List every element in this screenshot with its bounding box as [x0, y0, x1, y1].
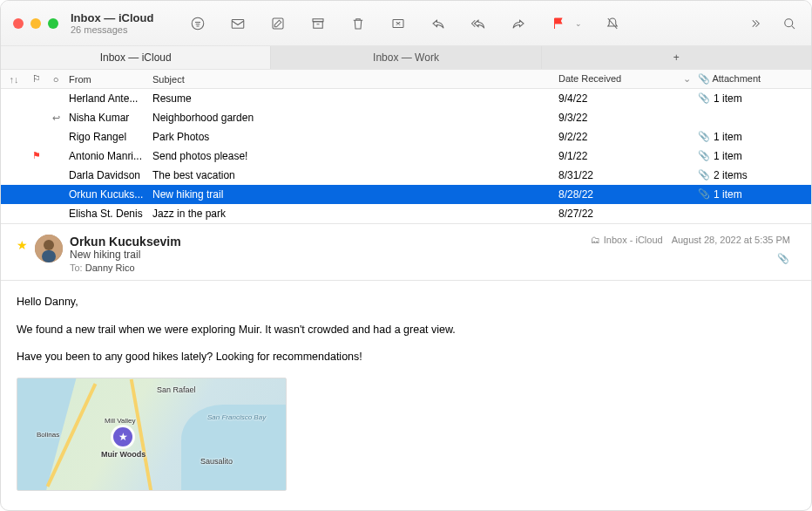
row-subject: New hiking trail	[152, 188, 558, 201]
column-header-row: ↑↓ ⚐ ○ From Subject Date Received ⌄ 📎 At…	[1, 70, 811, 89]
attachment-column-header[interactable]: 📎 Attachment	[698, 73, 811, 85]
junk-icon[interactable]	[389, 14, 408, 33]
row-attachment: 📎 1 item	[698, 92, 811, 105]
compose-icon[interactable]	[268, 14, 288, 33]
row-subject: Send photos please!	[152, 150, 558, 162]
svg-point-8	[44, 240, 54, 250]
tab-inbox-work[interactable]: Inbox — Work	[271, 46, 541, 69]
row-date: 8/27/22	[558, 208, 698, 220]
preview-body: Hello Danny, We found a new trail when w…	[17, 295, 790, 491]
row-subject: Jazz in the park	[152, 208, 558, 220]
row-from: Antonio Manri...	[65, 150, 152, 162]
body-paragraph: Have you been to any good hikes lately? …	[17, 350, 790, 365]
row-subject: Park Photos	[152, 131, 558, 143]
reply-icon[interactable]	[429, 14, 448, 33]
message-row[interactable]: Herland Ante...Resume9/4/22📎 1 item	[1, 89, 811, 108]
svg-rect-1	[233, 19, 245, 28]
row-subject: Resume	[152, 92, 558, 105]
row-date: 9/1/22	[558, 150, 698, 162]
row-from: Orkun Kucuks...	[65, 188, 152, 201]
paperclip-icon: 📎	[698, 188, 710, 200]
paperclip-icon: 📎	[698, 169, 710, 181]
read-column-icon[interactable]: ○	[46, 74, 65, 85]
filter-button[interactable]	[188, 14, 207, 33]
window-title: Inbox — iCloud	[71, 11, 153, 24]
sender-avatar[interactable]	[35, 235, 63, 262]
trash-icon[interactable]	[348, 14, 368, 33]
from-column-header[interactable]: From	[65, 74, 152, 85]
row-subject: Neighborhood garden	[152, 112, 558, 124]
preview-folder-badge[interactable]: 🗂 Inbox - iCloud	[591, 235, 663, 245]
reply-all-icon[interactable]	[469, 14, 488, 33]
preview-header: ★ Orkun Kucuksevim New hiking trail To: …	[17, 235, 790, 273]
mailbox-tabs: Inbox — iCloud Inbox — Work +	[1, 46, 811, 70]
row-attachment: 📎 1 item	[698, 131, 811, 143]
close-window-button[interactable]	[13, 18, 24, 29]
svg-rect-4	[314, 21, 323, 28]
search-icon[interactable]	[780, 14, 799, 33]
paperclip-icon: 📎	[698, 131, 710, 142]
row-from: Herland Ante...	[65, 92, 152, 105]
date-column-header[interactable]: Date Received ⌄	[558, 73, 698, 85]
more-icon[interactable]	[745, 14, 764, 33]
row-replied-icon: ↩	[46, 112, 65, 124]
right-toolbar	[745, 14, 799, 33]
row-from: Nisha Kumar	[65, 112, 152, 124]
title-block: Inbox — iCloud 26 messages	[71, 11, 153, 35]
sort-icon[interactable]: ↑↓	[1, 74, 27, 85]
message-row[interactable]: Elisha St. DenisJazz in the park8/27/22	[1, 204, 811, 223]
vip-star-icon[interactable]: ★	[17, 238, 28, 252]
subject-column-header[interactable]: Subject	[152, 74, 558, 85]
preview-pane: ★ Orkun Kucuksevim New hiking trail To: …	[1, 223, 811, 501]
flag-column-icon[interactable]: ⚐	[27, 73, 46, 85]
mute-icon[interactable]	[603, 14, 622, 33]
forward-icon[interactable]	[509, 14, 528, 33]
paperclip-icon: 📎	[698, 92, 710, 104]
row-attachment: 📎 1 item	[698, 188, 811, 201]
preview-date: August 28, 2022 at 5:35 PM	[672, 235, 790, 245]
row-date: 8/31/22	[558, 169, 698, 181]
row-subject: The best vacation	[152, 169, 558, 181]
preview-recipient[interactable]: Danny Rico	[85, 262, 135, 273]
body-paragraph: We found a new trail when we were explor…	[17, 323, 790, 338]
row-from: Rigo Rangel	[65, 131, 152, 143]
row-attachment: 📎 1 item	[698, 150, 811, 162]
titlebar: Inbox — iCloud 26 messages ⌄	[1, 1, 811, 46]
body-paragraph: Hello Danny,	[17, 295, 790, 310]
row-date: 9/3/22	[558, 112, 698, 124]
window-controls	[13, 18, 58, 29]
new-message-icon[interactable]	[228, 14, 247, 33]
map-attachment[interactable]: ★ Muir Woods San Rafael Sausalito Mill V…	[17, 378, 287, 491]
message-list: Herland Ante...Resume9/4/22📎 1 item↩Nish…	[1, 89, 811, 223]
flag-icon[interactable]	[549, 14, 568, 33]
archive-icon[interactable]	[308, 14, 328, 33]
tab-inbox-icloud[interactable]: Inbox — iCloud	[1, 46, 271, 69]
paperclip-icon: 📎	[698, 150, 710, 161]
row-flag-icon[interactable]: ⚑	[27, 150, 46, 161]
message-row[interactable]: ↩Nisha KumarNeighborhood garden9/3/22	[1, 108, 811, 127]
message-row[interactable]: Orkun Kucuks...New hiking trail8/28/22📎 …	[1, 185, 811, 204]
row-date: 9/2/22	[558, 131, 698, 143]
row-attachment: 📎 2 items	[698, 169, 811, 181]
row-from: Elisha St. Denis	[65, 208, 152, 220]
preview-to-line: To: Danny Rico	[70, 262, 181, 273]
message-row[interactable]: Darla DavidsonThe best vacation8/31/22📎 …	[1, 166, 811, 185]
folder-icon: 🗂	[591, 235, 600, 245]
preview-subject: New hiking trail	[70, 249, 181, 261]
tab-add-button[interactable]: +	[542, 46, 811, 69]
message-row[interactable]: ⚑Antonio Manri...Send photos please!9/1/…	[1, 146, 811, 166]
row-date: 8/28/22	[558, 188, 698, 201]
fullscreen-window-button[interactable]	[48, 18, 58, 29]
preview-sender-name: Orkun Kucuksevim	[70, 235, 181, 249]
row-date: 9/4/22	[558, 92, 698, 105]
preview-divider	[1, 280, 811, 281]
message-row[interactable]: Rigo RangelPark Photos9/2/22📎 1 item	[1, 127, 811, 146]
toolbar: ⌄	[188, 14, 745, 33]
attachment-clip-icon[interactable]: 📎	[777, 253, 789, 264]
svg-rect-9	[42, 250, 56, 262]
flag-menu-chevron[interactable]: ⌄	[575, 19, 582, 28]
svg-point-0	[193, 17, 205, 30]
minimize-window-button[interactable]	[30, 18, 41, 29]
map-pin-label: Muir Woods	[101, 450, 145, 459]
row-from: Darla Davidson	[65, 169, 152, 181]
